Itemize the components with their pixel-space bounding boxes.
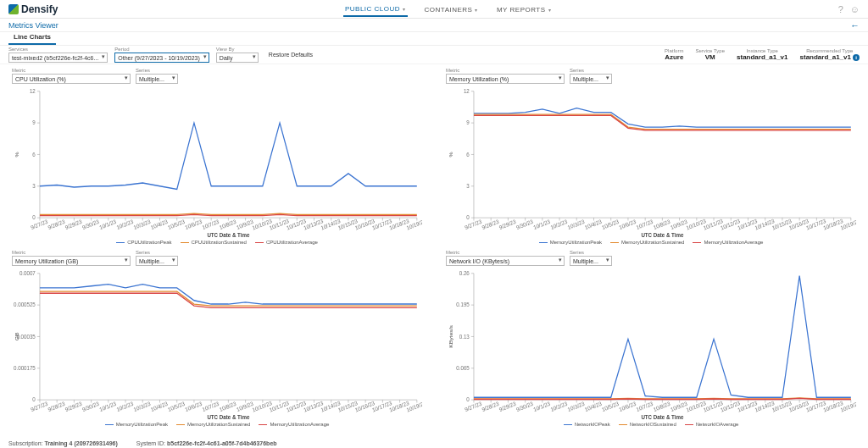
- svg-text:10/6/23: 10/6/23: [618, 400, 637, 412]
- svg-text:3: 3: [466, 183, 470, 189]
- instance-meta: Platform Azure Service Type VM Instance …: [665, 48, 860, 61]
- series-select[interactable]: Multiple...: [136, 74, 178, 84]
- services-field: Services test-mixed2 (b5cf226e-fc2f-4c6.…: [8, 47, 108, 63]
- svg-text:10/2/23: 10/2/23: [549, 400, 568, 412]
- svg-text:10/8/23: 10/8/23: [653, 218, 671, 230]
- help-icon[interactable]: ?: [838, 4, 843, 14]
- legend-swatch: [610, 242, 619, 243]
- legend: CPUUtilizationPeakCPUUtilizationSustaine…: [12, 240, 422, 245]
- info-icon[interactable]: i: [853, 54, 860, 61]
- series-select[interactable]: Multiple...: [136, 256, 178, 266]
- svg-text:9/30/23: 9/30/23: [81, 218, 100, 230]
- viewby-field: View By Daily: [216, 47, 259, 63]
- nav-my-reports[interactable]: MY REPORTS▾: [495, 2, 553, 17]
- panel-memory-gb: MetricMemory Utilization (GB)SeriesMulti…: [0, 246, 434, 429]
- legend: NetworkIOPeakNetworkIOSustainedNetworkIO…: [446, 422, 856, 427]
- svg-text:12: 12: [30, 88, 36, 94]
- svg-text:9/28/23: 9/28/23: [47, 400, 66, 412]
- svg-text:10/7/23: 10/7/23: [202, 400, 220, 412]
- period-select[interactable]: Other (9/27/2023 - 10/19/2023): [114, 53, 209, 63]
- svg-text:0.000175: 0.000175: [14, 365, 36, 371]
- svg-text:10/4/23: 10/4/23: [150, 400, 169, 412]
- legend: MemoryUtilizationPeakMemoryUtilizationSu…: [446, 240, 856, 245]
- legend-swatch: [116, 242, 125, 243]
- legend: MemoryUtilizationPeakMemoryUtilizationSu…: [12, 422, 422, 427]
- top-bar: Densify PUBLIC CLOUD▾ CONTAINERS▾ MY REP…: [0, 0, 868, 19]
- svg-text:3: 3: [32, 183, 36, 189]
- metric-select[interactable]: CPU Utilization (%): [12, 74, 131, 84]
- chevron-down-icon: ▾: [475, 7, 478, 13]
- svg-text:10/3/23: 10/3/23: [567, 218, 586, 230]
- svg-text:0: 0: [32, 396, 36, 402]
- panel-memory-pct: MetricMemory Utilization (%)SeriesMultip…: [434, 64, 868, 246]
- footer: Subscription: Training 4 (209726931496) …: [8, 440, 277, 446]
- svg-text:UTC Date & Time: UTC Date & Time: [641, 231, 683, 237]
- chart-grid: MetricCPU Utilization (%)SeriesMultiple.…: [0, 64, 868, 429]
- series-select[interactable]: Multiple...: [570, 256, 612, 266]
- svg-text:10/8/23: 10/8/23: [219, 400, 237, 412]
- brand-name: Densify: [21, 3, 58, 15]
- svg-text:10/1/23: 10/1/23: [532, 400, 551, 412]
- legend-swatch: [259, 424, 267, 425]
- user-icon[interactable]: ☺: [850, 4, 860, 14]
- svg-text:9/28/23: 9/28/23: [481, 218, 500, 230]
- panel-network: MetricNetwork I/O (KBytes/s)SeriesMultip…: [434, 246, 868, 429]
- meta-recommended-type: Recommended Type standard_a1_v1i: [800, 48, 860, 61]
- svg-text:9/29/23: 9/29/23: [498, 400, 517, 412]
- utility-icons: ? ☺: [838, 4, 860, 14]
- svg-text:9/29/23: 9/29/23: [498, 218, 517, 230]
- svg-text:10/6/23: 10/6/23: [184, 218, 203, 230]
- svg-text:10/4/23: 10/4/23: [584, 218, 603, 230]
- svg-text:9/28/23: 9/28/23: [47, 218, 66, 230]
- svg-text:10/7/23: 10/7/23: [202, 218, 220, 230]
- tab-line-charts[interactable]: Line Charts: [8, 30, 56, 45]
- metric-select[interactable]: Memory Utilization (GB): [12, 256, 131, 266]
- nav-containers[interactable]: CONTAINERS▾: [423, 2, 480, 17]
- svg-text:9: 9: [466, 119, 470, 125]
- svg-text:0.065: 0.065: [456, 365, 470, 371]
- svg-text:10/7/23: 10/7/23: [636, 218, 654, 230]
- svg-text:9: 9: [32, 119, 36, 125]
- svg-text:9/29/23: 9/29/23: [64, 400, 83, 412]
- period-field: Period Other (9/27/2023 - 10/19/2023): [114, 47, 209, 63]
- svg-text:0: 0: [466, 396, 470, 402]
- legend-swatch: [564, 424, 572, 425]
- metric-select[interactable]: Network I/O (KBytes/s): [446, 256, 565, 266]
- nav-public-cloud[interactable]: PUBLIC CLOUD▾: [343, 2, 408, 17]
- meta-service-type: Service Type VM: [695, 48, 725, 61]
- svg-text:9/30/23: 9/30/23: [81, 400, 100, 412]
- svg-text:9/30/23: 9/30/23: [515, 218, 534, 230]
- svg-text:10/5/23: 10/5/23: [601, 218, 620, 230]
- svg-text:10/6/23: 10/6/23: [618, 218, 637, 230]
- svg-text:10/2/23: 10/2/23: [115, 400, 134, 412]
- svg-text:0.0007: 0.0007: [19, 270, 36, 276]
- chevron-down-icon: ▾: [403, 6, 406, 12]
- period-label: Period: [114, 47, 209, 53]
- services-label: Services: [8, 47, 108, 53]
- series-select[interactable]: Multiple...: [570, 74, 612, 84]
- legend-swatch: [539, 242, 548, 243]
- svg-text:0.195: 0.195: [456, 301, 470, 307]
- svg-text:10/1/23: 10/1/23: [98, 218, 117, 230]
- svg-text:9/30/23: 9/30/23: [515, 400, 534, 412]
- svg-text:%: %: [14, 152, 20, 157]
- page-title: Metrics Viewer: [8, 21, 58, 30]
- svg-text:10/1/23: 10/1/23: [98, 400, 117, 412]
- page-subheader: Metrics Viewer ←: [0, 19, 868, 32]
- metric-select[interactable]: Memory Utilization (%): [446, 74, 565, 84]
- svg-text:KBytes/s: KBytes/s: [448, 324, 455, 348]
- viewby-select[interactable]: Daily: [216, 53, 259, 63]
- services-select[interactable]: test-mixed2 (b5cf226e-fc2f-4c6...: [8, 53, 108, 63]
- svg-text:UTC Date & Time: UTC Date & Time: [207, 413, 249, 419]
- svg-text:10/4/23: 10/4/23: [584, 400, 603, 412]
- brand-mark-icon: [8, 4, 19, 14]
- restore-defaults-link[interactable]: Restore Defaults: [269, 52, 313, 58]
- svg-text:6: 6: [466, 151, 470, 157]
- meta-platform: Platform Azure: [665, 48, 683, 61]
- svg-text:%: %: [448, 152, 454, 157]
- tabs: Line Charts: [0, 32, 868, 46]
- chart: 00.0001750.000350.0005250.0007GB9/27/239…: [12, 268, 422, 421]
- svg-text:10/2/23: 10/2/23: [115, 218, 134, 230]
- svg-text:10/8/23: 10/8/23: [653, 400, 671, 412]
- back-arrow-icon[interactable]: ←: [850, 20, 860, 30]
